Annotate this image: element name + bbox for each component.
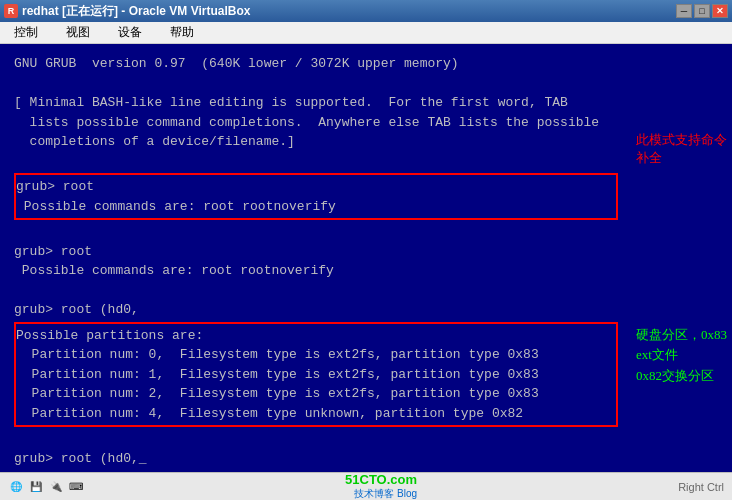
usb-icon: 🔌 (48, 479, 64, 495)
highlighted-box-2: Possible partitions are: Partition num: … (14, 322, 618, 428)
terminal-line13: grub> root (hd0,_ (14, 449, 618, 469)
window-title: redhat [正在运行] - Oracle VM VirtualBox (22, 3, 251, 20)
terminal-line12 (14, 429, 618, 449)
menu-devices[interactable]: 设备 (112, 22, 148, 43)
close-button[interactable]: ✕ (712, 4, 728, 18)
terminal-highlighted2-line5: Partition num: 4, Filesystem type unknow… (16, 404, 616, 424)
titlebar-controls[interactable]: ─ □ ✕ (676, 4, 728, 18)
maximize-button[interactable]: □ (694, 4, 710, 18)
right-ctrl-text: Right Ctrl (678, 481, 724, 493)
terminal-highlighted1-line1: grub> root (16, 177, 616, 197)
terminal-area[interactable]: GNU GRUB version 0.97 (640K lower / 3072… (0, 44, 632, 472)
annotation-red: 此模式支持命令补全 (636, 131, 728, 167)
terminal-highlighted2-line2: Partition num: 0, Filesystem type is ext… (16, 345, 616, 365)
main-window: GNU GRUB version 0.97 (640K lower / 3072… (0, 44, 732, 500)
highlighted-box-1: grub> root Possible commands are: root r… (14, 173, 618, 220)
annotation-green2: ext文件 (636, 346, 728, 364)
terminal-line4: lists possible command completions. Anyw… (14, 113, 618, 133)
terminal-line7 (14, 222, 618, 242)
side-annotations: 此模式支持命令补全 硬盘分区，0x83 ext文件 0x82交换分区 (632, 44, 732, 472)
terminal-highlighted1-line2: Possible commands are: root rootnoverify (16, 197, 616, 217)
terminal-highlighted2-line1: Possible partitions are: (16, 326, 616, 346)
app-icon: R (4, 4, 18, 18)
terminal-line2 (14, 74, 618, 94)
titlebar-left: R redhat [正在运行] - Oracle VM VirtualBox (4, 3, 251, 20)
terminal-highlighted2-line3: Partition num: 1, Filesystem type is ext… (16, 365, 616, 385)
statusbar-icons: 🌐 💾 🔌 ⌨ (8, 479, 84, 495)
terminal-line9: Possible commands are: root rootnoverify (14, 261, 618, 281)
minimize-button[interactable]: ─ (676, 4, 692, 18)
terminal-line10 (14, 281, 618, 301)
terminal-line5: completions of a device/filename.] (14, 132, 618, 152)
network-icon: 🌐 (8, 479, 24, 495)
terminal-highlighted2-line4: Partition num: 2, Filesystem type is ext… (16, 384, 616, 404)
annotation-green3: 0x82交换分区 (636, 367, 728, 385)
storage-icon: 💾 (28, 479, 44, 495)
statusbar: 🌐 💾 🔌 ⌨ 51CTO.com 技术博客 Blog Right Ctrl (0, 472, 732, 500)
titlebar: R redhat [正在运行] - Oracle VM VirtualBox ─… (0, 0, 732, 22)
menu-control[interactable]: 控制 (8, 22, 44, 43)
terminal-line3: [ Minimal BASH-like line editing is supp… (14, 93, 618, 113)
terminal-line1: GNU GRUB version 0.97 (640K lower / 3072… (14, 54, 618, 74)
menubar: 控制 视图 设备 帮助 (0, 22, 732, 44)
keyboard-icon: ⌨ (68, 479, 84, 495)
annotation-green1: 硬盘分区，0x83 (636, 326, 728, 344)
terminal-line8: grub> root (14, 242, 618, 262)
watermark-text: 51CTO.com (345, 472, 417, 487)
terminal-line11: grub> root (hd0, (14, 300, 618, 320)
menu-view[interactable]: 视图 (60, 22, 96, 43)
watermark-sub-text: 技术博客 Blog (354, 487, 417, 500)
terminal-line6 (14, 152, 618, 172)
logo-area: 51CTO.com 技术博客 Blog (345, 472, 417, 500)
menu-help[interactable]: 帮助 (164, 22, 200, 43)
